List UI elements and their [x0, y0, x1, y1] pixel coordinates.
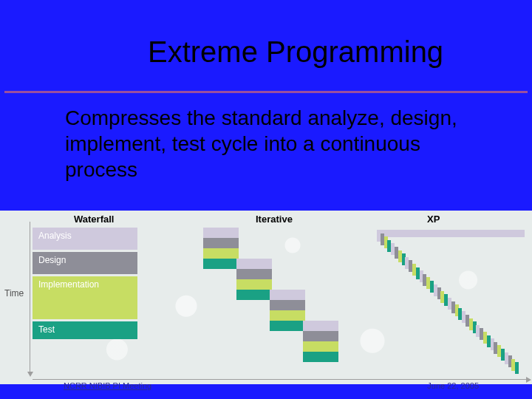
- xp-continuous-track: [377, 230, 525, 237]
- iterative-design: [270, 300, 305, 310]
- waterfall-design: Design: [33, 252, 137, 274]
- waterfall-implementation: Implementation: [33, 276, 137, 319]
- iterative-test: [236, 290, 272, 300]
- iterative-design: [236, 269, 272, 279]
- iterative-analysis: [203, 228, 239, 238]
- iterative-analysis: [236, 259, 272, 269]
- iterative-implementation: [270, 310, 305, 321]
- iterative-analysis: [303, 321, 338, 331]
- body-text: Compresses the standard analyze, design,…: [65, 105, 479, 183]
- col-label-xp: XP: [427, 214, 440, 225]
- slide-title: Extreme Programming: [148, 35, 443, 69]
- iterative-analysis: [270, 290, 305, 300]
- iterative-cycle-4: [303, 321, 338, 362]
- waterfall-analysis: Analysis: [33, 228, 137, 250]
- process-diagram: Time Waterfall Iterative XP Analysis Des…: [0, 211, 532, 384]
- iterative-cycle-2: [236, 259, 272, 300]
- title-underline: [4, 91, 528, 93]
- iterative-implementation: [236, 279, 272, 290]
- iterative-test: [203, 259, 239, 269]
- waterfall-test: Test: [33, 321, 137, 339]
- iterative-test: [270, 321, 305, 331]
- iterative-design: [303, 331, 338, 341]
- iterative-implementation: [303, 341, 338, 352]
- footer-right: June 22, 2005: [427, 381, 479, 390]
- footer-left: NCRR NIBIB PI Meeting: [64, 381, 151, 390]
- col-label-waterfall: Waterfall: [74, 214, 114, 225]
- slide: Extreme Programming Compresses the stand…: [0, 0, 532, 399]
- iterative-design: [203, 238, 239, 248]
- iterative-cycle-1: [203, 228, 239, 269]
- iterative-test: [303, 352, 338, 362]
- xp-stripe: [515, 362, 519, 374]
- iterative-implementation: [203, 248, 239, 259]
- col-label-iterative: Iterative: [256, 214, 293, 225]
- iterative-cycle-3: [270, 290, 305, 331]
- time-axis-label: Time: [4, 288, 24, 299]
